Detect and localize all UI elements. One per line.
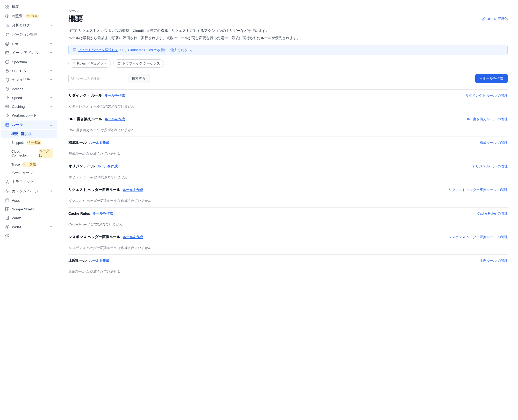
sidebar-sub-item-page-rules[interactable]: ページ ルール — [1, 169, 57, 177]
svg-rect-0 — [6, 5, 7, 6]
rule-section-header: リクエスト ヘッダー変換ルール ルールを作成 リクエスト ヘッダー変換ルール の… — [68, 184, 508, 196]
rule-section-response-header: レスポンス ヘッダー変換ルール ルールを作成 レスポンス ヘッダー変換ルール の… — [68, 231, 508, 254]
rule-section-header: Cache Rules ルールを作成 Cache Rules の管理 — [68, 208, 508, 219]
shield-icon — [5, 78, 9, 82]
traffic-seq-button[interactable]: トラフィック シーケンス — [113, 59, 164, 68]
breadcrumb: ルール — [68, 8, 508, 13]
sidebar-item-traffic[interactable]: カスタム ページ ▼ — [1, 187, 57, 196]
sidebar-item-dns[interactable]: DNS ▼ — [1, 40, 57, 48]
create-rule-button[interactable]: + ルールを作成 — [475, 74, 508, 83]
sidebar-item-label: Workers ルート — [12, 113, 37, 118]
svg-point-17 — [8, 183, 9, 183]
sidebar-item-overview[interactable]: 概要 — [1, 2, 57, 11]
workers-icon — [5, 113, 9, 118]
rule-manage-link[interactable]: リダイレクト ルール の管理 — [465, 93, 508, 98]
rule-section-header: 圧縮ルール ルールを作成 圧縮ルール の管理 — [68, 255, 508, 267]
rule-section-request-header: リクエスト ヘッダー変換ルール ルールを作成 リクエスト ヘッダー変換ルール の… — [68, 184, 508, 207]
beta-badge: ベータ版 — [27, 140, 41, 145]
rule-title-text: オリジン ルール — [68, 164, 95, 169]
rule-create-link[interactable]: ルールを作成 — [105, 93, 125, 98]
rule-manage-link[interactable]: リクエスト ヘッダー変換ルール の管理 — [449, 188, 508, 192]
rule-empty-text: リクエスト ヘッダー変換ルール は作成されていません — [68, 196, 508, 207]
svg-rect-23 — [6, 216, 8, 219]
svg-point-5 — [6, 33, 7, 34]
description1: HTTP リクエストとレスポンスの調整、Cloudflare 設定の構成、リクエ… — [68, 28, 508, 34]
sidebar-item-security[interactable]: セキュリティ ▼ — [1, 75, 57, 84]
rule-create-link[interactable]: ルールを作成 — [123, 235, 143, 239]
feedback-suffix: 、Cloudflare Rules の改善にご協力ください。 — [125, 48, 194, 52]
rules-icon — [5, 123, 9, 127]
sidebar-item-apps[interactable]: Scrape Shield — [1, 205, 57, 213]
subnav-label: Trace — [11, 162, 20, 166]
rule-title-text: リクエスト ヘッダー変換ルール — [68, 188, 120, 192]
svg-rect-18 — [6, 199, 9, 202]
svg-rect-2 — [6, 7, 7, 8]
feedback-link[interactable]: フィードバックを送信して — [78, 48, 118, 52]
sidebar-item-custom-pages[interactable]: Apps — [1, 196, 57, 204]
rule-manage-link[interactable]: URL 書き換えルール の管理 — [465, 117, 508, 122]
sidebar-item-email[interactable]: メール アドレス ▼ — [1, 48, 57, 57]
rule-create-link[interactable]: ルールを作成 — [89, 140, 109, 145]
subnav-label: Cloud Connector — [11, 150, 37, 157]
svg-point-15 — [7, 180, 8, 181]
rule-manage-link[interactable]: Cache Rules の管理 — [477, 211, 508, 216]
rule-create-link[interactable]: ルールを作成 — [105, 117, 125, 122]
subnav-label: Snippets — [11, 141, 25, 145]
sidebar-item-analytics[interactable]: 分析とログ ▼ — [1, 21, 57, 30]
sidebar-item-label: Speed — [12, 96, 22, 100]
rule-manage-link[interactable]: 圧縮ルール の管理 — [480, 258, 508, 263]
sidebar-item-rules[interactable]: ルール ▲ — [1, 120, 57, 129]
rule-create-link[interactable]: ルールを作成 — [89, 258, 109, 263]
rule-section-header: リダイレクト ルール ルールを作成 リダイレクト ルール の管理 — [68, 90, 508, 102]
rule-create-link[interactable]: ルールを作成 — [123, 188, 143, 192]
rule-empty-text: オリジン ルール は作成されていません — [68, 172, 508, 184]
sidebar-item-speed[interactable]: Speed ▼ — [1, 94, 57, 102]
sidebar-item-network[interactable]: トラフィック — [1, 177, 57, 186]
sidebar-item-web3[interactable] — [1, 231, 57, 240]
custom-icon — [5, 198, 9, 202]
rule-section-origin: オリジン ルール ルールを作成 オリジン ルール の管理 オリジン ルール は作… — [68, 160, 508, 184]
rule-manage-link[interactable]: 構成ルール の管理 — [480, 140, 508, 145]
speed-icon — [5, 96, 9, 100]
url-normalize-label: URL の正規化 — [487, 17, 508, 21]
rule-create-link[interactable]: ルールを作成 — [97, 164, 118, 169]
rule-manage-link[interactable]: オリジン ルール の管理 — [472, 164, 508, 169]
sidebar-item-label: Apps — [12, 198, 20, 202]
sidebar-sub-item-overview[interactable]: 概要 新しい — [1, 130, 57, 138]
sidebar-item-ssl[interactable]: SSL/TLS ▼ — [1, 67, 57, 75]
search-button[interactable]: 検索する — [128, 74, 149, 83]
rule-section-compression: 圧縮ルール ルールを作成 圧縮ルール の管理 圧縮ルール は作成されていません — [68, 254, 508, 278]
rule-empty-text: 構成ルール は作成されていません — [68, 149, 508, 160]
caching-icon — [5, 104, 9, 109]
url-normalize-link[interactable]: URL の正規化 — [482, 17, 508, 21]
docs-button[interactable]: Rules ドキュメント — [68, 59, 111, 68]
search-icon — [69, 76, 76, 81]
rule-title-text: URL 書き換えルール — [68, 117, 102, 122]
rule-create-link[interactable]: ルールを作成 — [93, 211, 113, 216]
sidebar-item-workers[interactable]: Workers ルート — [1, 111, 57, 120]
sidebar-item-label: トラフィック — [12, 180, 34, 184]
svg-rect-22 — [8, 209, 9, 211]
sidebar-item-label: Spectrum — [12, 60, 27, 64]
svg-rect-3 — [8, 7, 9, 8]
docs-icon — [72, 62, 76, 65]
svg-point-6 — [6, 35, 7, 36]
search-input[interactable] — [76, 77, 128, 81]
sidebar-item-version[interactable]: バージョン管理 — [1, 30, 57, 39]
sidebar-item-scrape-shield[interactable]: Zaraz — [1, 214, 57, 222]
sidebar-sub-item-snippets[interactable]: Snippets ベータ版 — [1, 138, 57, 147]
sidebar-item-zaraz[interactable]: Web3 ▼ — [1, 223, 57, 231]
chevron-icon: ▼ — [50, 105, 53, 108]
rule-manage-link[interactable]: レスポンス ヘッダー変換ルール の管理 — [449, 235, 508, 239]
sidebar-item-access[interactable]: Access — [1, 85, 57, 93]
sidebar-item-caching[interactable]: Caching ▼ — [1, 102, 57, 111]
rule-sections: リダイレクト ルール ルールを作成 リダイレクト ルール の管理 リダイレクト … — [68, 89, 508, 278]
sidebar-item-spectrum[interactable]: Spectrum — [1, 58, 57, 66]
sidebar: 概要 AI監査 ベータ版 分析とログ ▼ バージョン管理 DNS ▼ — [0, 0, 58, 420]
traffic-icon — [5, 189, 9, 193]
sidebar-item-ai-monitoring[interactable]: AI監査 ベータ版 — [1, 12, 57, 20]
sidebar-item-label: 分析とログ — [12, 23, 30, 28]
sidebar-sub-item-trace[interactable]: Trace ベータ版 — [1, 160, 57, 168]
new-badge: 新しい — [21, 132, 31, 136]
sidebar-sub-item-cloud-connector[interactable]: Cloud Connector ベータ版 — [1, 147, 57, 160]
